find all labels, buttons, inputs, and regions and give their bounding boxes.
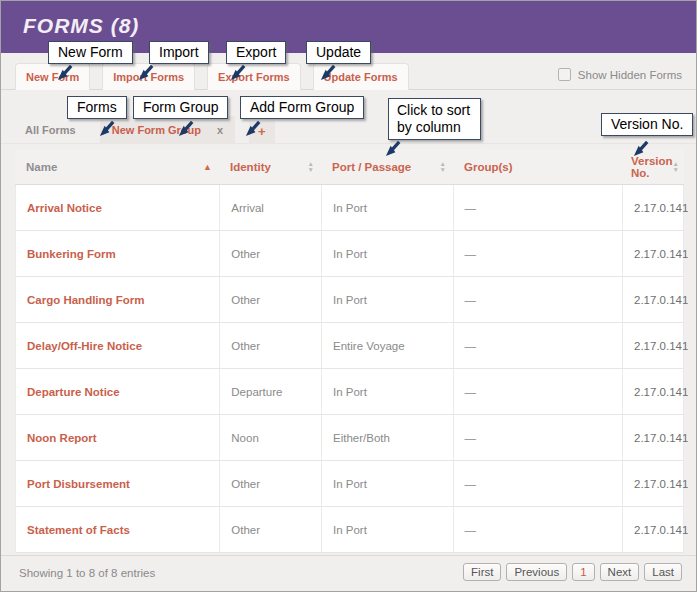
annotation-arrow-icon [319, 63, 338, 82]
annotation-click-to-sort: Click to sort by column [388, 98, 481, 140]
page-title: FORMS (8) [23, 14, 139, 38]
close-group-icon[interactable]: x [217, 124, 223, 136]
pagination: FirstPrevious1NextLast [463, 563, 682, 581]
column-label: Identity [230, 161, 271, 173]
column-header-name[interactable]: Name ▲ [15, 149, 219, 184]
annotation-arrow-icon [229, 63, 248, 82]
form-name-link[interactable]: Port Disbursement [16, 461, 219, 506]
identity-cell: Other [219, 507, 321, 552]
sort-icon: ▲▼ [308, 161, 314, 173]
groups-cell: — [453, 507, 622, 552]
forms-table: Name ▲ Identity ▲▼ Port / Passage ▲▼ Gro… [15, 149, 684, 553]
form-name-link[interactable]: Noon Report [16, 415, 219, 460]
column-header-identity[interactable]: Identity ▲▼ [219, 149, 321, 184]
port-passage-cell: In Port [321, 507, 453, 552]
previous-page-button[interactable]: Previous [506, 563, 567, 581]
export-forms-button[interactable]: Export Forms [207, 63, 301, 90]
port-passage-cell: Entire Voyage [321, 323, 453, 368]
version-cell: 2.17.0.141 [622, 323, 683, 368]
annotation-arrow-icon [98, 119, 117, 138]
last-page-button[interactable]: Last [644, 563, 682, 581]
groups-cell: — [453, 231, 622, 276]
annotation-arrow-icon [244, 119, 263, 138]
port-passage-cell: In Port [321, 231, 453, 276]
groups-cell: — [453, 185, 622, 230]
next-page-button[interactable]: Next [600, 563, 640, 581]
table-row: Bunkering FormOtherIn Port—2.17.0.141 [16, 231, 683, 277]
sort-ascending-icon: ▲ [203, 162, 212, 172]
table-row: Arrival NoticeArrivalIn Port—2.17.0.141 [16, 185, 683, 231]
column-label: Group(s) [464, 161, 513, 173]
annotation-export: Export [226, 41, 286, 64]
form-name-link[interactable]: Cargo Handling Form [16, 277, 219, 322]
annotation-update: Update [306, 41, 371, 64]
entries-summary: Showing 1 to 8 of 8 entries [19, 567, 155, 579]
annotation-version-no: Version No. [601, 113, 693, 136]
table-row: Departure NoticeDepartureIn Port—2.17.0.… [16, 369, 683, 415]
version-cell: 2.17.0.141 [622, 461, 683, 506]
annotation-arrow-icon [384, 139, 403, 158]
groups-cell: — [453, 415, 622, 460]
tab-all-forms[interactable]: All Forms [15, 116, 86, 144]
table-row: Cargo Handling FormOtherIn Port—2.17.0.1… [16, 277, 683, 323]
new-form-button[interactable]: New Form [15, 63, 90, 90]
version-cell: 2.17.0.141 [622, 415, 683, 460]
identity-cell: Other [219, 277, 321, 322]
sort-icon: ▲▼ [440, 161, 446, 173]
column-label: Name [26, 161, 57, 173]
show-hidden-checkbox[interactable] [558, 68, 571, 81]
groups-cell: — [453, 323, 622, 368]
forms-window: FORMS (8) New Form Import Forms Export F… [0, 0, 697, 592]
annotation-add-form-group: Add Form Group [240, 96, 364, 119]
form-name-link[interactable]: Arrival Notice [16, 185, 219, 230]
form-name-link[interactable]: Statement of Facts [16, 507, 219, 552]
table-row: Delay/Off-Hire NoticeOtherEntire Voyage—… [16, 323, 683, 369]
identity-cell: Other [219, 461, 321, 506]
version-cell: 2.17.0.141 [622, 185, 683, 230]
show-hidden-forms-control: Show Hidden Forms [558, 68, 682, 81]
table-row: Noon ReportNoonEither/Both—2.17.0.141 [16, 415, 683, 461]
annotation-import: Import [149, 41, 209, 64]
show-hidden-label: Show Hidden Forms [578, 69, 682, 81]
version-cell: 2.17.0.141 [622, 231, 683, 276]
groups-cell: — [453, 277, 622, 322]
form-name-link[interactable]: Departure Notice [16, 369, 219, 414]
port-passage-cell: In Port [321, 277, 453, 322]
table-header-row: Name ▲ Identity ▲▼ Port / Passage ▲▼ Gro… [15, 149, 684, 185]
annotation-arrow-icon [177, 119, 196, 138]
column-header-groups[interactable]: Group(s) [453, 149, 623, 184]
port-passage-cell: In Port [321, 461, 453, 506]
identity-cell: Other [219, 323, 321, 368]
port-passage-cell: Either/Both [321, 415, 453, 460]
table-row: Port DisbursementOtherIn Port—2.17.0.141 [16, 461, 683, 507]
identity-cell: Departure [219, 369, 321, 414]
groups-cell: — [453, 369, 622, 414]
port-passage-cell: In Port [321, 369, 453, 414]
page-number-button[interactable]: 1 [572, 563, 594, 581]
column-label: Port / Passage [332, 161, 411, 173]
identity-cell: Arrival [219, 185, 321, 230]
column-label: Version No. [631, 155, 673, 179]
identity-cell: Noon [219, 415, 321, 460]
first-page-button[interactable]: First [463, 563, 501, 581]
version-cell: 2.17.0.141 [622, 369, 683, 414]
version-cell: 2.17.0.141 [622, 507, 683, 552]
annotation-new-form: New Form [48, 41, 133, 64]
annotation-forms: Forms [67, 96, 127, 119]
version-cell: 2.17.0.141 [622, 277, 683, 322]
port-passage-cell: In Port [321, 185, 453, 230]
table-row: Statement of FactsOtherIn Port—2.17.0.14… [16, 507, 683, 553]
form-name-link[interactable]: Delay/Off-Hire Notice [16, 323, 219, 368]
identity-cell: Other [219, 231, 321, 276]
annotation-form-group: Form Group [133, 96, 228, 119]
annotation-arrow-icon [56, 63, 75, 82]
tab-new-form-group[interactable]: New Form Groupx [100, 116, 235, 144]
footer-bar: Showing 1 to 8 of 8 entries FirstPreviou… [1, 555, 696, 591]
form-name-link[interactable]: Bunkering Form [16, 231, 219, 276]
annotation-arrow-icon [137, 63, 156, 82]
sort-icon: ▲▼ [673, 161, 679, 173]
table-body: Arrival NoticeArrivalIn Port—2.17.0.141B… [15, 185, 684, 553]
annotation-arrow-icon [632, 139, 651, 158]
groups-cell: — [453, 461, 622, 506]
